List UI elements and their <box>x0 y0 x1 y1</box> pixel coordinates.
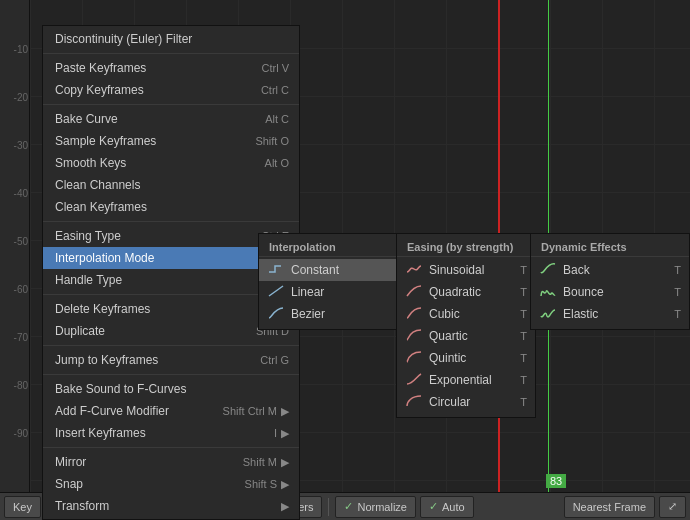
menu-item-snap-label: Snap <box>55 477 235 491</box>
auto-check-icon: ✓ <box>429 500 438 513</box>
menu-item-duplicate-label: Duplicate <box>55 324 246 338</box>
menu-item-add-fcurve-arrow: ▶ <box>281 405 289 418</box>
menu-item-bake-label: Bake Curve <box>55 112 255 126</box>
quadratic-icon <box>405 284 425 300</box>
menu-item-clean-keyframes[interactable]: Clean Keyframes <box>43 196 299 218</box>
auto-button-label: Auto <box>442 501 465 513</box>
menu-item-mirror[interactable]: Mirror Shift M ▶ <box>43 451 299 473</box>
easing-item-cubic-label: Cubic <box>429 307 520 321</box>
y-label-90: -90 <box>14 428 28 439</box>
menu-item-mirror-arrow: ▶ <box>281 456 289 469</box>
dynamic-item-elastic-label: Elastic <box>563 307 674 321</box>
circular-icon <box>405 394 425 410</box>
easing-item-exponential-label: Exponential <box>429 373 520 387</box>
bounce-icon <box>539 284 559 300</box>
elastic-icon <box>539 306 559 322</box>
easing-item-quadratic-key: T <box>520 286 527 298</box>
exponential-icon <box>405 372 425 388</box>
menu-item-snap[interactable]: Snap Shift S ▶ <box>43 473 299 495</box>
menu-item-clean-channels[interactable]: Clean Channels <box>43 174 299 196</box>
dynamic-effects-submenu[interactable]: Dynamic Effects Back T Bounce T Elastic … <box>530 233 690 330</box>
menu-item-easing-label: Easing Type <box>55 229 252 243</box>
menu-item-transform[interactable]: Transform ▶ <box>43 495 299 517</box>
easing-item-circular-label: Circular <box>429 395 520 409</box>
menu-item-interpolation-label: Interpolation Mode <box>55 251 260 265</box>
dynamic-item-back[interactable]: Back T <box>531 259 689 281</box>
grid-line-v <box>30 0 31 492</box>
easing-item-cubic-key: T <box>520 308 527 320</box>
key-button-label: Key <box>13 501 32 513</box>
menu-item-smooth-shortcut: Alt O <box>265 157 289 169</box>
auto-button[interactable]: ✓ Auto <box>420 496 474 518</box>
key-button[interactable]: Key <box>4 496 41 518</box>
easing-item-sinusoidal[interactable]: Sinusoidal T <box>397 259 535 281</box>
menu-item-smooth-keys[interactable]: Smooth Keys Alt O <box>43 152 299 174</box>
normalize-button-label: Normalize <box>357 501 407 513</box>
easing-item-circular[interactable]: Circular T <box>397 391 535 413</box>
svg-line-0 <box>269 286 283 296</box>
menu-item-sample-label: Sample Keyframes <box>55 134 245 148</box>
menu-separator-2 <box>43 104 299 105</box>
menu-item-snap-arrow: ▶ <box>281 478 289 491</box>
menu-separator-3 <box>43 221 299 222</box>
y-label-10: -10 <box>14 44 28 55</box>
easing-item-quartic-key: T <box>520 330 527 342</box>
y-label-40: -40 <box>14 188 28 199</box>
easing-item-quintic[interactable]: Quintic T <box>397 347 535 369</box>
dynamic-item-bounce-key: T <box>674 286 681 298</box>
linear-icon <box>267 284 287 300</box>
bezier-icon <box>267 306 287 322</box>
dynamic-item-back-key: T <box>674 264 681 276</box>
easing-item-cubic[interactable]: Cubic T <box>397 303 535 325</box>
menu-item-handle-label: Handle Type <box>55 273 260 287</box>
menu-item-insert-arrow: ▶ <box>281 427 289 440</box>
quartic-icon <box>405 328 425 344</box>
easing-item-quartic[interactable]: Quartic T <box>397 325 535 347</box>
menu-item-discontinuity[interactable]: Discontinuity (Euler) Filter <box>43 28 299 50</box>
menu-item-insert-keyframes[interactable]: Insert Keyframes I ▶ <box>43 422 299 444</box>
sinusoidal-icon <box>405 262 425 278</box>
menu-item-jump-shortcut: Ctrl G <box>260 354 289 366</box>
menu-item-transform-arrow: ▶ <box>281 500 289 513</box>
menu-item-sample-shortcut: Shift O <box>255 135 289 147</box>
menu-item-bake-curve[interactable]: Bake Curve Alt C <box>43 108 299 130</box>
easing-item-sinusoidal-key: T <box>520 264 527 276</box>
easing-item-quadratic[interactable]: Quadratic T <box>397 281 535 303</box>
menu-item-smooth-label: Smooth Keys <box>55 156 255 170</box>
menu-item-clean-channels-label: Clean Channels <box>55 178 289 192</box>
easing-item-circular-key: T <box>520 396 527 408</box>
y-label-30: -30 <box>14 140 28 151</box>
back-icon <box>539 262 559 278</box>
dynamic-item-elastic[interactable]: Elastic T <box>531 303 689 325</box>
menu-item-clean-keyframes-label: Clean Keyframes <box>55 200 289 214</box>
menu-item-transform-label: Transform <box>55 499 277 513</box>
normalize-button[interactable]: ✓ Normalize <box>335 496 416 518</box>
easing-item-quartic-label: Quartic <box>429 329 520 343</box>
menu-item-delete-label: Delete Keyframes <box>55 302 289 316</box>
frame-number-badge: 83 <box>546 474 566 488</box>
menu-item-bake-sound-label: Bake Sound to F-Curves <box>55 382 289 396</box>
menu-separator-6 <box>43 374 299 375</box>
easing-submenu[interactable]: Easing (by strength) Sinusoidal T Quadra… <box>396 233 536 418</box>
easing-item-exponential[interactable]: Exponential T <box>397 369 535 391</box>
expand-icon: ⤢ <box>668 500 677 513</box>
menu-item-snap-shortcut: Shift S <box>245 478 277 490</box>
easing-submenu-header: Easing (by strength) <box>397 238 535 257</box>
y-axis-labels: -10 -20 -30 -40 -50 -60 -70 -80 -90 <box>2 0 30 492</box>
y-label-20: -20 <box>14 92 28 103</box>
expand-button[interactable]: ⤢ <box>659 496 686 518</box>
dynamic-item-bounce[interactable]: Bounce T <box>531 281 689 303</box>
easing-item-quintic-key: T <box>520 352 527 364</box>
menu-item-paste-keyframes[interactable]: Paste Keyframes Ctrl V <box>43 57 299 79</box>
menu-item-jump-keyframes[interactable]: Jump to Keyframes Ctrl G <box>43 349 299 371</box>
menu-item-add-fcurve[interactable]: Add F-Curve Modifier Shift Ctrl M ▶ <box>43 400 299 422</box>
y-label-80: -80 <box>14 380 28 391</box>
menu-item-copy-keyframes[interactable]: Copy Keyframes Ctrl C <box>43 79 299 101</box>
menu-item-bake-sound[interactable]: Bake Sound to F-Curves <box>43 378 299 400</box>
menu-item-insert-label: Insert Keyframes <box>55 426 264 440</box>
normalize-check-icon: ✓ <box>344 500 353 513</box>
left-panel: -10 -20 -30 -40 -50 -60 -70 -80 -90 <box>0 0 30 492</box>
nearest-frame-button[interactable]: Nearest Frame <box>564 496 655 518</box>
menu-separator-5 <box>43 345 299 346</box>
menu-item-sample-keyframes[interactable]: Sample Keyframes Shift O <box>43 130 299 152</box>
